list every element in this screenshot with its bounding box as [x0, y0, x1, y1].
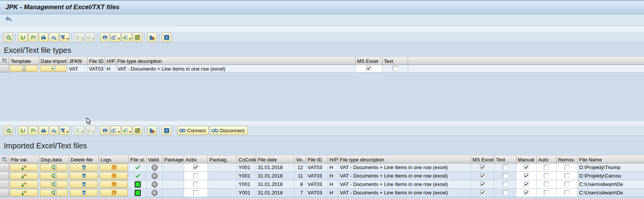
logs-button[interactable]: [100, 189, 128, 196]
select-all-button[interactable]: [0, 57, 9, 65]
detail-button[interactable]: [3, 126, 13, 135]
dropdown-arrow-icon[interactable]: [66, 33, 69, 41]
column-header-file-id[interactable]: File ID: [306, 155, 328, 163]
dropdown-arrow-icon[interactable]: [117, 33, 120, 41]
info-button[interactable]: i: [162, 33, 171, 42]
find-next-button[interactable]: [49, 33, 59, 42]
logs-button[interactable]: [100, 164, 128, 171]
dropdown-arrow-icon[interactable]: [81, 127, 84, 134]
column-header-valid[interactable]: Valid.: [147, 155, 163, 163]
detail-button[interactable]: [3, 33, 13, 42]
connect-button[interactable]: Connect: [177, 126, 209, 135]
disp-data-button[interactable]: [40, 181, 68, 188]
column-header-ms-excel[interactable]: MS Excel: [471, 155, 494, 163]
dropdown-arrow-icon[interactable]: [81, 33, 84, 41]
column-header-disp-data[interactable]: Disp.data: [39, 155, 69, 163]
column-header-package[interactable]: Package: [163, 155, 184, 163]
filter-button[interactable]: [59, 33, 69, 42]
logs-button[interactable]: [100, 172, 128, 179]
column-header-template[interactable]: Template: [9, 57, 39, 65]
text-checkbox[interactable]: [503, 190, 508, 195]
disp-data-button[interactable]: [40, 164, 68, 171]
column-header-file-val[interactable]: File val.: [9, 155, 39, 163]
remov-checkbox[interactable]: [565, 190, 570, 195]
column-header-jpkfil[interactable]: JPKfil: [68, 57, 87, 65]
column-header-text[interactable]: Text: [494, 155, 516, 163]
column-header-hp[interactable]: H/P: [105, 57, 116, 65]
disp-data-button[interactable]: [40, 189, 68, 196]
dropdown-arrow-icon[interactable]: [128, 127, 132, 134]
sort-ascending-button[interactable]: [18, 33, 28, 42]
manual-checkbox[interactable]: [524, 190, 529, 195]
column-header-file-id[interactable]: File ID: [87, 57, 105, 65]
file-val-button[interactable]: [10, 172, 38, 179]
column-header-descr[interactable]: File type description: [116, 57, 356, 65]
column-header-descr[interactable]: File type description: [338, 155, 471, 163]
select-all-button[interactable]: [0, 155, 9, 163]
filter-button[interactable]: [59, 126, 69, 135]
file-val-button[interactable]: [10, 164, 38, 171]
row-select-button[interactable]: [0, 65, 9, 72]
dropdown-arrow-icon[interactable]: [92, 127, 95, 134]
dropdown-arrow-icon[interactable]: [117, 127, 120, 134]
activ-checkbox[interactable]: [193, 165, 198, 170]
column-header-version[interactable]: Ve..: [295, 155, 306, 163]
find-button[interactable]: [39, 126, 48, 135]
views-button[interactable]: [110, 126, 121, 135]
find-button[interactable]: [39, 33, 48, 42]
remov-checkbox[interactable]: [565, 182, 570, 187]
column-header-auto[interactable]: Auto: [537, 155, 557, 163]
column-header-logs[interactable]: Logs: [99, 155, 129, 163]
sort-ascending-button[interactable]: [18, 126, 28, 135]
manual-checkbox[interactable]: [524, 182, 529, 187]
remov-checkbox[interactable]: [565, 173, 570, 178]
auto-checkbox[interactable]: [544, 165, 549, 170]
column-header-activ[interactable]: Activ.: [184, 155, 208, 163]
back-button[interactable]: [5, 16, 12, 24]
file-val-button[interactable]: [10, 181, 38, 188]
delete-file-button[interactable]: [70, 181, 98, 188]
print-button[interactable]: [100, 33, 110, 42]
sort-descending-button[interactable]: [28, 33, 38, 42]
ms-excel-checkbox[interactable]: [366, 66, 371, 71]
chart-button[interactable]: [147, 126, 157, 135]
sum-button[interactable]: Σ: [74, 126, 84, 135]
template-button[interactable]: [10, 65, 38, 72]
ms-excel-checkbox[interactable]: [480, 190, 485, 195]
info-button[interactable]: i: [162, 126, 171, 135]
column-header-delete-file[interactable]: Delete file: [69, 155, 99, 163]
file-val-button[interactable]: [10, 189, 38, 196]
column-header-ms-excel[interactable]: MS Excel: [356, 57, 382, 65]
manual-checkbox[interactable]: [524, 165, 529, 170]
row-select-button[interactable]: [0, 172, 9, 180]
activ-checkbox[interactable]: [193, 182, 198, 187]
column-header-file-name[interactable]: File Name: [578, 155, 644, 163]
auto-checkbox[interactable]: [544, 182, 549, 187]
row-select-button[interactable]: [0, 189, 9, 197]
row-select-button[interactable]: [0, 163, 9, 172]
column-header-file-st[interactable]: File st.: [129, 155, 147, 163]
dropdown-arrow-icon[interactable]: [92, 33, 95, 41]
column-header-file-date[interactable]: File date: [256, 155, 295, 163]
logs-button[interactable]: [100, 181, 128, 188]
sort-descending-button[interactable]: [28, 126, 38, 135]
ms-excel-checkbox[interactable]: [480, 165, 485, 170]
column-header-remov[interactable]: Remov.: [557, 155, 578, 163]
auto-checkbox[interactable]: [544, 173, 549, 178]
text-checkbox[interactable]: [393, 66, 398, 71]
column-header-hp[interactable]: H/P: [328, 155, 338, 163]
text-checkbox[interactable]: [503, 165, 508, 170]
data-import-button[interactable]: [40, 65, 66, 72]
dropdown-arrow-icon[interactable]: [128, 33, 132, 41]
row-select-button[interactable]: [0, 180, 9, 189]
column-header-packag2[interactable]: Packag..: [208, 155, 237, 163]
export-button[interactable]: [122, 126, 132, 135]
text-checkbox[interactable]: [503, 182, 508, 187]
views-button[interactable]: [110, 33, 121, 42]
ms-excel-checkbox[interactable]: [480, 173, 485, 178]
disp-data-button[interactable]: [40, 172, 68, 179]
column-header-text[interactable]: Text: [382, 57, 408, 65]
column-header-cocode[interactable]: CoCode: [237, 155, 256, 163]
disconnect-button[interactable]: Disconnect: [210, 126, 247, 135]
dropdown-arrow-icon[interactable]: [66, 127, 69, 134]
